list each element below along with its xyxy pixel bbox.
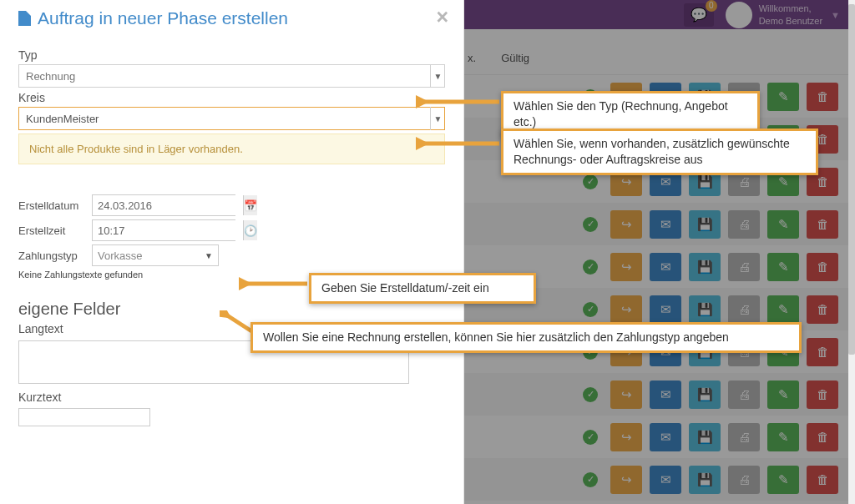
document-icon: [18, 11, 31, 26]
calendar-icon[interactable]: 📅: [243, 195, 257, 215]
annotation-kreis: Wählen Sie, wenn vorhanden, zusätzlich g…: [501, 129, 818, 175]
arrow-icon: [416, 135, 503, 152]
erstellzeit-label: Erstellzeit: [18, 224, 92, 237]
kreis-select[interactable]: KundenMeister ▼: [18, 107, 445, 130]
svg-line-3: [225, 314, 253, 332]
typ-label: Typ: [18, 48, 445, 62]
modal-backdrop: [464, 0, 848, 504]
erstelldatum-label: Erstelldatum: [18, 199, 92, 212]
typ-select[interactable]: Rechnung ▼: [18, 64, 445, 88]
close-icon[interactable]: ×: [436, 5, 448, 29]
chevron-down-icon: ▼: [430, 107, 445, 130]
modal-title: Auftrag in neuer Phase erstellen: [18, 8, 445, 28]
erstellzeit-input[interactable]: 🕑: [92, 219, 235, 241]
chevron-down-icon: ▼: [205, 251, 213, 260]
warning-box: Nicht alle Produkte sind in Läger vorhan…: [18, 134, 445, 164]
clock-icon[interactable]: 🕑: [243, 220, 257, 240]
arrow-icon: [239, 275, 311, 292]
erstelldatum-input[interactable]: 📅: [92, 194, 235, 216]
annotation-datum: Geben Sie Erstelldatum/-zeit ein: [309, 273, 536, 304]
scrollbar-thumb[interactable]: [848, 4, 855, 355]
kurztext-input[interactable]: [18, 408, 150, 426]
kreis-label: Kreis: [18, 91, 445, 104]
modal-create-order: × Auftrag in neuer Phase erstellen Typ R…: [0, 0, 464, 504]
chevron-down-icon: ▼: [430, 64, 445, 88]
zahlungstyp-select[interactable]: Vorkasse ▼: [92, 244, 219, 266]
annotation-zahlung: Wollen Sie eine Rechnung erstellen, könn…: [250, 322, 802, 353]
arrow-icon: [416, 93, 503, 110]
kurztext-label: Kurztext: [18, 391, 445, 404]
zahlungstyp-label: Zahlungstyp: [18, 249, 92, 262]
scrollbar[interactable]: [848, 0, 855, 504]
